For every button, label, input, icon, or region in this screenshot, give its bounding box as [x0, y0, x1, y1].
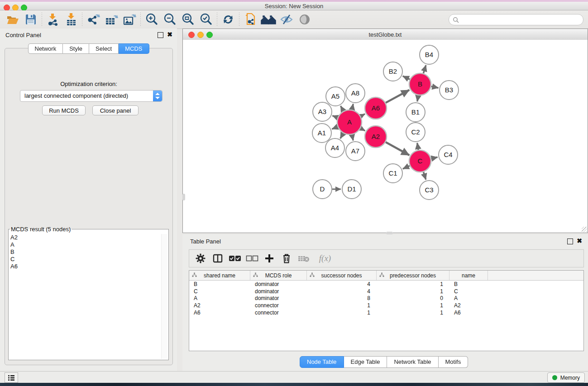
graph-edge[interactable]	[417, 95, 418, 102]
result-item[interactable]: A6	[10, 263, 161, 270]
vertical-scroll-nub[interactable]	[182, 194, 185, 200]
table-cell[interactable]: connector	[250, 302, 307, 309]
home-button[interactable]	[259, 12, 277, 27]
mcds-result-list[interactable]: A2ABCA6	[10, 234, 161, 359]
close-panel-button[interactable]: Close panel	[92, 105, 139, 115]
table-cell[interactable]: A6	[189, 310, 250, 316]
run-mcds-button[interactable]: Run MCDS	[42, 105, 86, 115]
resize-grip[interactable]	[582, 227, 587, 232]
table-cell[interactable]: 1	[307, 310, 377, 316]
table-row[interactable]: Adominator80A	[189, 295, 583, 302]
network-canvas[interactable]: B4B2BB3A8A5A6A3B1AC2A1A2A4A7C4CC1DD1C3	[183, 40, 588, 233]
result-item[interactable]: A2	[10, 234, 161, 241]
node-table[interactable]: shared nameMCDS rolesuccessor nodesprede…	[189, 270, 584, 351]
graph-edge[interactable]	[340, 133, 344, 138]
tab-edge-table[interactable]: Edge Table	[344, 356, 387, 368]
graph-edge[interactable]	[332, 116, 337, 118]
open-file-button[interactable]	[4, 12, 22, 27]
table-cell[interactable]: dominator	[250, 281, 307, 287]
table-cell[interactable]: B	[189, 281, 250, 287]
graph-edge[interactable]	[386, 90, 409, 103]
table-cell[interactable]: dominator	[250, 288, 307, 295]
function-builder-button[interactable]: f(x)	[312, 251, 338, 266]
deselect-all-button[interactable]	[244, 251, 261, 266]
export-network-button[interactable]	[84, 12, 102, 27]
result-scrollbar[interactable]	[161, 234, 167, 359]
table-cell[interactable]: 1	[377, 281, 449, 287]
tab-network-table[interactable]: Network Table	[387, 356, 438, 368]
titlebar[interactable]: Session: New Session	[0, 2, 588, 10]
column-header[interactable]: MCDS role	[250, 271, 307, 280]
table-cell[interactable]: C	[189, 288, 250, 295]
column-header[interactable]: successor nodes	[307, 271, 377, 280]
graph-edge[interactable]	[431, 86, 438, 88]
table-cell[interactable]: B	[449, 281, 488, 287]
delete-column-button[interactable]	[278, 251, 295, 266]
table-cell[interactable]: 4	[307, 281, 377, 287]
graph-edge[interactable]	[340, 106, 343, 111]
save-session-button[interactable]	[22, 12, 40, 27]
column-visibility-button[interactable]	[209, 251, 226, 266]
result-item[interactable]: C	[10, 256, 161, 263]
close-panel-icon[interactable]: ✖	[577, 237, 582, 244]
table-cell[interactable]: 1	[377, 310, 449, 316]
graph-edge[interactable]	[417, 143, 418, 150]
table-cell[interactable]: 1	[377, 288, 449, 295]
table-cell[interactable]: A6	[449, 310, 488, 316]
table-cell[interactable]: 1	[307, 302, 377, 309]
table-row[interactable]: A2connector11A2	[189, 302, 583, 309]
table-cell[interactable]: connector	[250, 310, 307, 316]
graph-edge[interactable]	[352, 134, 354, 140]
search-box[interactable]	[449, 14, 583, 25]
tab-select[interactable]: Select	[89, 43, 119, 54]
tab-style[interactable]: Style	[63, 43, 89, 54]
network-window-titlebar[interactable]: testGlobe.txt	[183, 29, 588, 40]
table-cell[interactable]: 0	[377, 295, 449, 301]
table-cell[interactable]: A2	[449, 302, 488, 309]
zoom-fit-button[interactable]	[179, 12, 197, 27]
graph-edge[interactable]	[423, 172, 425, 180]
show-all-button[interactable]	[296, 12, 314, 27]
zoom-in-button[interactable]	[143, 12, 161, 27]
table-cell[interactable]: 1	[377, 302, 449, 309]
graph-edge[interactable]	[403, 166, 410, 169]
table-cell[interactable]: dominator	[250, 295, 307, 301]
column-header[interactable]: predecessor nodes	[377, 271, 449, 280]
table-cell[interactable]: A	[189, 295, 250, 301]
graph-edge[interactable]	[332, 127, 338, 129]
tab-mcds[interactable]: MCDS	[119, 43, 149, 54]
export-table-button[interactable]	[102, 12, 120, 27]
graph-edge[interactable]	[361, 129, 365, 131]
search-input[interactable]	[461, 15, 583, 24]
zoom-selected-button[interactable]	[197, 12, 215, 27]
import-network-button[interactable]	[44, 12, 62, 27]
add-column-button[interactable]	[261, 251, 278, 266]
table-cell[interactable]: A	[449, 295, 488, 301]
table-row[interactable]: A6connector11A6	[189, 309, 583, 316]
graph-edge[interactable]	[403, 76, 410, 79]
table-cell[interactable]: A2	[189, 302, 250, 309]
result-item[interactable]: A	[10, 241, 161, 248]
table-cell[interactable]: C	[449, 288, 488, 295]
hide-selected-button[interactable]	[277, 12, 296, 27]
close-panel-icon[interactable]: ✖	[167, 31, 172, 38]
table-row[interactable]: Bdominator41B	[189, 281, 583, 288]
column-header[interactable]: shared name	[189, 271, 250, 280]
criterion-dropdown[interactable]: largest connected component (directed)	[20, 90, 163, 102]
table-settings-button[interactable]	[192, 251, 209, 266]
zoom-out-button[interactable]	[161, 12, 179, 27]
tab-network[interactable]: Network	[28, 43, 63, 54]
delete-table-button[interactable]	[295, 251, 312, 266]
panel-list-button[interactable]	[5, 372, 18, 383]
export-image-button[interactable]	[120, 12, 139, 27]
tab-node-table[interactable]: Node Table	[300, 356, 344, 368]
float-panel-icon[interactable]	[158, 32, 163, 38]
graph-edge[interactable]	[352, 104, 354, 110]
network-from-file-button[interactable]	[241, 12, 259, 27]
table-cell[interactable]: 8	[307, 295, 377, 301]
table-cell[interactable]: 4	[307, 288, 377, 295]
graph-edge[interactable]	[431, 157, 437, 158]
graph-edge[interactable]	[423, 65, 426, 73]
apply-layout-button[interactable]	[219, 12, 237, 27]
table-row[interactable]: Cdominator41C	[189, 288, 583, 295]
